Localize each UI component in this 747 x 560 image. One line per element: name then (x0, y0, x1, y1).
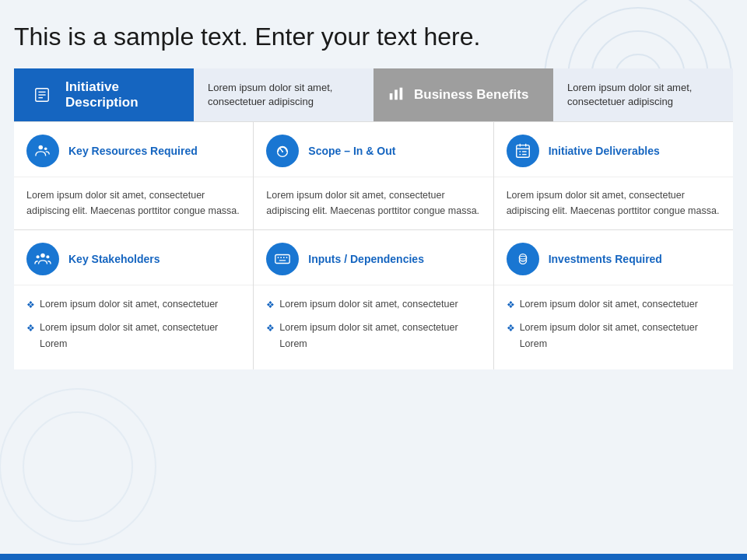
card-investments-body: ❖ Lorem ipsum dolor sit amet, consectetu… (494, 285, 733, 369)
card-key-resources-header: Key Resources Required (14, 122, 253, 177)
svg-point-17 (282, 151, 283, 152)
business-benefits-icon (388, 85, 405, 105)
card-deliverables-body: Lorem ipsum dolor sit amet, consectetuer… (494, 177, 733, 229)
svg-point-35 (519, 254, 526, 261)
card-key-resources: Key Resources Required Lorem ipsum dolor… (14, 122, 254, 229)
initiative-description-icon (28, 81, 56, 109)
key-resources-icon (26, 135, 59, 167)
bottom-cards-grid: Key Stakeholders ❖ Lorem ipsum dolor sit… (14, 229, 733, 369)
bullet-diamond-icon: ❖ (266, 297, 275, 313)
svg-point-4 (0, 389, 156, 544)
inputs-bullet-1: ❖ Lorem ipsum dolor sit amet, consectetu… (266, 296, 480, 313)
svg-point-5 (23, 412, 132, 521)
svg-point-14 (44, 148, 47, 151)
scope-icon (266, 135, 299, 167)
card-stakeholders-header: Key Stakeholders (14, 230, 253, 285)
svg-rect-12 (400, 88, 403, 100)
tabs-row: Initiative Description Lorem ipsum dolor… (14, 68, 733, 121)
card-scope-title: Scope – In & Out (308, 145, 395, 157)
svg-point-13 (39, 145, 44, 150)
bullet-diamond-icon: ❖ (26, 320, 35, 336)
investments-bullet-1: ❖ Lorem ipsum dolor sit amet, consectetu… (507, 296, 721, 313)
tab-business-desc: Lorem ipsum dolor sit amet, consectetuer… (553, 68, 733, 121)
inputs-icon (266, 243, 299, 275)
card-deliverables-header: Initiative Deliverables (494, 122, 733, 177)
card-investments-title: Investments Required (549, 253, 662, 265)
stakeholders-bullet-1: ❖ Lorem ipsum dolor sit amet, consectetu… (26, 296, 240, 313)
bullet-diamond-icon: ❖ (507, 320, 515, 336)
card-inputs-body: ❖ Lorem ipsum dolor sit amet, consectetu… (254, 285, 493, 369)
investments-icon (507, 243, 539, 275)
card-stakeholders: Key Stakeholders ❖ Lorem ipsum dolor sit… (14, 230, 254, 369)
card-stakeholders-body: ❖ Lorem ipsum dolor sit amet, consectetu… (14, 285, 253, 369)
inputs-bullet-2: ❖ Lorem ipsum dolor sit amet, consectetu… (266, 320, 480, 353)
card-scope: Scope – In & Out Lorem ipsum dolor sit a… (254, 122, 493, 229)
bullet-diamond-icon: ❖ (507, 297, 515, 313)
svg-rect-11 (395, 90, 398, 100)
tab-initiative-desc: Lorem ipsum dolor sit amet, consectetuer… (194, 68, 374, 121)
bullet-diamond-icon: ❖ (266, 320, 275, 336)
card-inputs-title: Inputs / Dependencies (308, 253, 424, 265)
stakeholders-icon (26, 243, 59, 275)
svg-rect-10 (390, 93, 393, 100)
svg-rect-29 (275, 255, 289, 264)
card-deliverables: Initiative Deliverables Lorem ipsum dolo… (494, 122, 733, 229)
card-scope-body: Lorem ipsum dolor sit amet, consectetuer… (254, 177, 493, 229)
svg-point-36 (519, 256, 526, 259)
top-cards-grid: Key Resources Required Lorem ipsum dolor… (14, 121, 733, 229)
card-key-resources-title: Key Resources Required (68, 145, 198, 157)
deliverables-icon (507, 135, 539, 167)
svg-point-27 (37, 255, 40, 258)
svg-point-28 (46, 255, 49, 258)
card-key-resources-body: Lorem ipsum dolor sit amet, consectetuer… (14, 177, 253, 229)
card-investments: Investments Required ❖ Lorem ipsum dolor… (494, 230, 733, 369)
tab-initiative-label: Initiative Description (65, 79, 180, 110)
card-inputs: Inputs / Dependencies ❖ Lorem ipsum dolo… (254, 230, 493, 369)
card-investments-header: Investments Required (494, 230, 733, 285)
tab-initiative-description[interactable]: Initiative Description (14, 68, 194, 121)
card-scope-header: Scope – In & Out (254, 122, 493, 177)
card-inputs-header: Inputs / Dependencies (254, 230, 493, 285)
card-stakeholders-title: Key Stakeholders (68, 253, 160, 265)
page-title: This is a sample text. Enter your text h… (14, 22, 733, 51)
card-deliverables-title: Initiative Deliverables (549, 145, 660, 157)
tab-business-label: Business Benefits (414, 87, 528, 103)
bottom-bar (0, 554, 747, 560)
bullet-diamond-icon: ❖ (26, 297, 35, 313)
svg-point-26 (40, 254, 45, 258)
tab-business-benefits[interactable]: Business Benefits (374, 68, 553, 121)
investments-bullet-2: ❖ Lorem ipsum dolor sit amet, consectetu… (507, 320, 721, 353)
stakeholders-bullet-2: ❖ Lorem ipsum dolor sit amet, consectetu… (26, 320, 240, 353)
